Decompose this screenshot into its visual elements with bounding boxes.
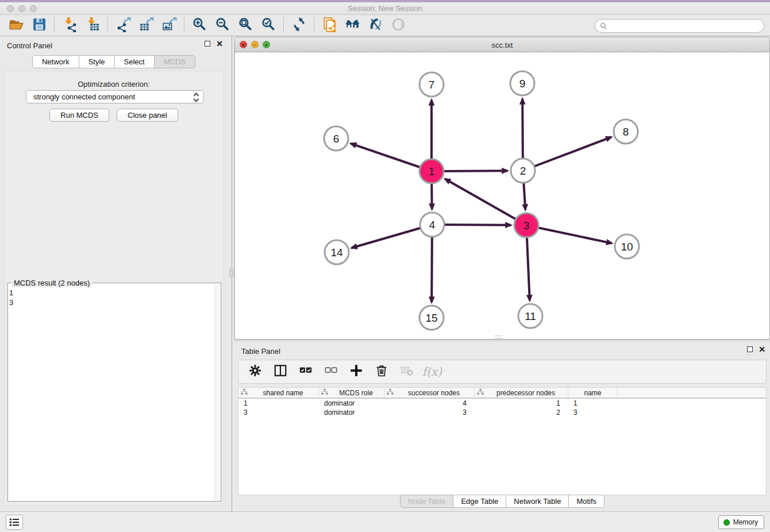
close-table-panel-icon[interactable]: ✕ [759,346,765,352]
tab-network[interactable]: Network [32,55,79,68]
column-header-shared-name[interactable]: shared name [238,388,319,398]
table-panel: Table Panel ✕ f(x) shared nameMCDS roles… [234,342,770,511]
clone-network-icon [322,17,337,34]
home-button[interactable] [341,17,364,34]
export-image-button[interactable] [157,17,180,34]
task-history-button[interactable] [6,515,23,530]
clone-network-button[interactable] [318,17,341,34]
import-table-icon [85,17,101,34]
column-header-predecessor-nodes[interactable]: predecessor nodes [475,388,568,398]
search-box[interactable] [595,19,764,33]
table-row[interactable]: 1dominator411 [238,399,766,408]
gear-button[interactable] [247,363,264,380]
table-cell[interactable]: 4 [384,399,475,408]
node-6[interactable]: 6 [324,126,348,151]
import-table-button[interactable] [81,17,104,34]
network-canvas[interactable]: 7968124314101511 [235,52,769,339]
table-cell[interactable]: 1 [238,399,319,408]
tree-icon [384,388,394,397]
export-table-button[interactable] [134,17,157,34]
node-1[interactable]: 1 [419,159,444,183]
node-8[interactable]: 8 [614,119,638,144]
zoom-in-button[interactable] [188,17,211,34]
run-mcds-button[interactable]: Run MCDS [49,109,109,122]
network-window-titlebar[interactable]: ✕ − + scc.txt [235,37,769,52]
tab-edge-table[interactable]: Edge Table [453,495,506,508]
column-header-name[interactable]: name [568,388,618,398]
window-titlebar: Session: New Session [0,0,770,15]
table-cell[interactable]: 2 [475,408,568,417]
table-cell[interactable]: dominator [319,399,384,408]
node-10[interactable]: 10 [615,234,639,259]
save-session-button[interactable] [28,17,51,34]
column-header-successor-nodes[interactable]: successor nodes [384,388,475,398]
tab-select[interactable]: Select [115,55,155,68]
table-cell[interactable]: 3 [568,408,618,417]
node-2[interactable]: 2 [511,159,535,183]
open-session-button[interactable] [5,17,28,34]
tab-node-table[interactable]: Node Table [400,495,454,508]
table-cell[interactable]: 3 [384,408,475,417]
edge-3-10[interactable] [526,225,612,243]
delete-table-icon [400,364,414,380]
tab-motifs[interactable]: Motifs [569,495,605,508]
memory-button[interactable]: Memory [718,515,764,529]
zoom-out-button[interactable] [211,17,234,34]
criterion-value: strongly connected component [33,92,135,101]
deselect-all-button[interactable] [322,363,340,380]
result-scrollbar[interactable] [214,284,220,500]
table-cell[interactable]: 1 [568,399,618,408]
toolbar-separator [107,17,108,33]
open-session-icon [9,17,24,34]
node-9[interactable]: 9 [510,71,534,95]
table-cell[interactable]: 1 [475,399,568,408]
memory-label: Memory [733,518,758,526]
table-body: 1dominator4113dominator323 [238,399,766,417]
close-panel-button[interactable]: Close panel [117,109,178,122]
column-label: MCDS role [328,389,384,397]
refresh-button[interactable] [287,17,310,34]
add-row-button[interactable] [348,363,365,380]
delete-row-button[interactable] [373,363,390,380]
hide-details-button[interactable] [364,17,387,34]
column-header-MCDS-role[interactable]: MCDS role [319,388,384,398]
tab-network-table[interactable]: Network Table [506,495,569,508]
panel-splitter[interactable] [228,36,234,511]
select-all-button[interactable] [297,363,314,380]
edge-3-1[interactable] [445,179,527,225]
select-stepper-icon[interactable] [192,92,200,105]
import-network-button[interactable] [58,17,81,34]
node-7[interactable]: 7 [419,72,444,97]
float-table-panel-icon[interactable] [747,346,753,352]
node-label: 14 [330,246,343,259]
columns-button[interactable] [272,363,289,380]
canvas-resize-grip[interactable] [495,336,503,338]
titlebar-accent [0,0,770,2]
node-15[interactable]: 15 [419,306,444,330]
node-label: 3 [523,219,530,232]
zoom-fit-button[interactable] [234,17,257,34]
close-panel-icon[interactable]: ✕ [216,41,223,47]
column-label: predecessor nodes [484,389,568,397]
network-graph[interactable]: 7968124314101511 [235,52,769,339]
node-label: 4 [429,219,436,231]
hide-details-icon [368,17,383,34]
tab-mcds[interactable]: MCDS [155,55,195,68]
splitter-grip[interactable] [229,269,234,277]
zoom-selected-button[interactable] [257,17,280,34]
export-network-button[interactable] [111,17,134,34]
node-14[interactable]: 14 [325,240,349,264]
table-tabs: Node TableEdge TableNetwork TableMotifs [234,495,770,508]
search-input[interactable] [607,20,764,32]
table-cell[interactable]: 3 [238,408,319,417]
table-cell[interactable]: dominator [319,408,384,417]
node-3[interactable]: 3 [514,213,538,237]
node-4[interactable]: 4 [420,213,444,237]
float-panel-icon[interactable] [205,41,210,47]
node-11[interactable]: 11 [518,304,542,328]
table-row[interactable]: 3dominator323 [238,408,766,417]
mcds-result-text[interactable]: 1 3 [9,288,13,307]
edge-2-8[interactable] [523,137,611,171]
tab-style[interactable]: Style [79,55,115,68]
criterion-select[interactable]: strongly connected component [26,90,204,103]
